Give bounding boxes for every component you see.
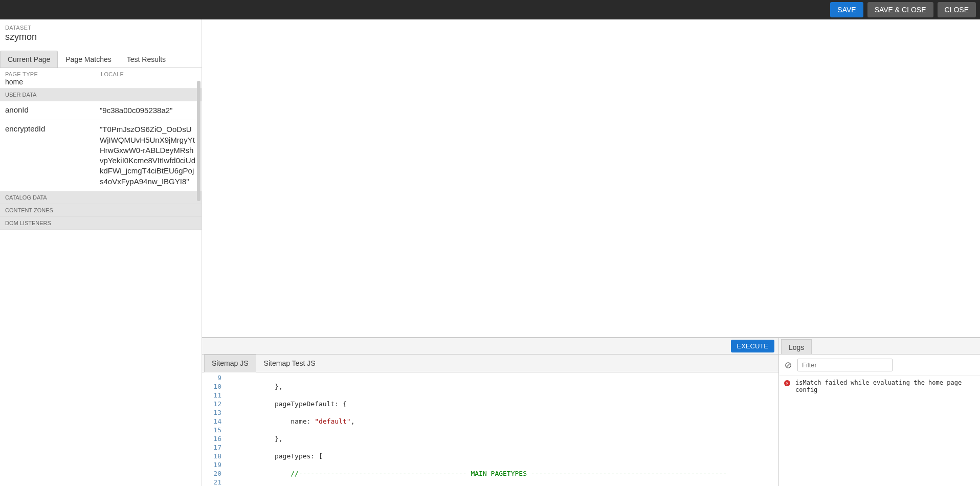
save-close-button[interactable]: SAVE & CLOSE (867, 2, 933, 17)
content-area: EXECUTE Sitemap JS Sitemap Test JS 9 10 … (202, 19, 980, 486)
logs-filter-input[interactable] (797, 359, 893, 371)
logs-tabs: Logs (779, 338, 980, 355)
dataset-name: szymon (5, 32, 196, 42)
encryptedid-key: encryptedId (5, 124, 100, 133)
error-icon: ✕ (784, 380, 790, 386)
locale-label: LOCALE (101, 71, 196, 77)
bottom-panel: EXECUTE Sitemap JS Sitemap Test JS 9 10 … (202, 338, 980, 486)
user-data-row-encryptedid: encryptedId "T0PmJszOS6ZiO_OoDsUWjIWQMUv… (0, 120, 202, 191)
editor-panel: EXECUTE Sitemap JS Sitemap Test JS 9 10 … (202, 338, 779, 486)
sidebar: DATASET szymon Current Page Page Matches… (0, 19, 202, 486)
anonid-key: anonId (5, 105, 100, 114)
execute-button[interactable]: EXECUTE (731, 340, 774, 352)
logs-panel: Logs ✕ isMatch failed while evaluating t… (779, 338, 980, 486)
save-button[interactable]: SAVE (830, 2, 863, 17)
code-editor[interactable]: 9 10 11 12 13 14 15 16 17 18 19 20 21 (202, 372, 778, 486)
page-type-value: home (5, 78, 101, 86)
encryptedid-value: "T0PmJszOS6ZiO_OoDsUWjIWQMUvH5UnX9jMrgyY… (100, 124, 196, 187)
anonid-value: "9c38a00c095238a2" (100, 105, 196, 116)
tab-test-results[interactable]: Test Results (119, 51, 173, 68)
code-lines[interactable]: }, pageTypeDefault: { name: "default", }… (227, 372, 778, 486)
editor-toolbar: EXECUTE (202, 338, 778, 355)
tab-sitemap-js[interactable]: Sitemap JS (204, 355, 256, 372)
close-button[interactable]: CLOSE (938, 2, 976, 17)
sidebar-scrollbar[interactable] (197, 81, 201, 201)
editor-tabs: Sitemap JS Sitemap Test JS (202, 355, 778, 372)
page-type-label: PAGE TYPE (5, 71, 101, 77)
user-data-row-anonid: anonId "9c38a00c095238a2" (0, 101, 202, 120)
log-entry: ✕ isMatch failed while evaluating the ho… (779, 376, 980, 396)
tab-current-page[interactable]: Current Page (0, 51, 58, 68)
section-dom-listeners[interactable]: DOM LISTENERS (0, 217, 202, 230)
line-gutter: 9 10 11 12 13 14 15 16 17 18 19 20 21 (202, 372, 227, 486)
tab-logs[interactable]: Logs (781, 339, 812, 354)
section-user-data[interactable]: USER DATA (0, 89, 202, 101)
clear-logs-icon[interactable] (784, 361, 792, 369)
section-content-zones[interactable]: CONTENT ZONES (0, 204, 202, 217)
preview-pane (202, 19, 980, 338)
tab-sitemap-test-js[interactable]: Sitemap Test JS (256, 355, 323, 372)
dataset-label: DATASET (5, 25, 196, 31)
section-catalog-data[interactable]: CATALOG DATA (0, 191, 202, 204)
svg-line-1 (787, 363, 790, 367)
tab-page-matches[interactable]: Page Matches (58, 51, 119, 68)
log-message: isMatch failed while evaluating the home… (795, 379, 975, 393)
top-toolbar: SAVE SAVE & CLOSE CLOSE (0, 0, 980, 19)
sidebar-tabs: Current Page Page Matches Test Results (0, 51, 202, 68)
main-area: DATASET szymon Current Page Page Matches… (0, 19, 980, 486)
page-info-row: PAGE TYPE home LOCALE (0, 68, 202, 89)
dataset-header: DATASET szymon (0, 19, 202, 46)
logs-filter-row (779, 355, 980, 376)
